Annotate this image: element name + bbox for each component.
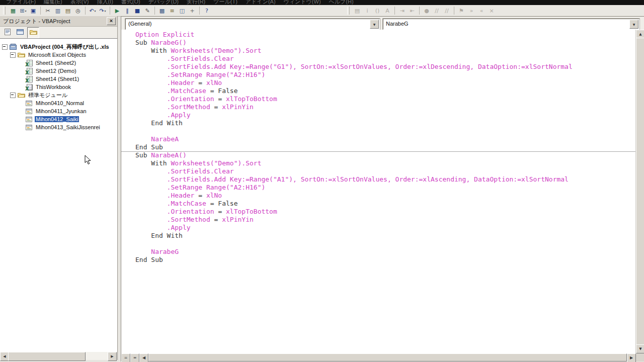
tree-item[interactable]: Mihon0411_Jyunkan — [0, 107, 117, 115]
menu-item[interactable]: 実行(R) — [187, 0, 205, 3]
undo-button[interactable]: ↶▾ — [88, 6, 97, 15]
project-explorer-titlebar[interactable]: プロジェクト - VBAProject × — [0, 16, 117, 27]
code-line[interactable]: .MatchCase = False — [135, 87, 644, 95]
break-button[interactable]: ‖ — [123, 6, 132, 15]
indent-button[interactable]: ⇥ — [397, 6, 407, 15]
next-bookmark-button[interactable]: » — [467, 6, 476, 15]
cut-button[interactable]: ✂ — [43, 6, 52, 15]
code-line[interactable]: .MatchCase = False — [135, 200, 644, 208]
tree-item[interactable]: Microsoft Excel Objects — [0, 51, 117, 59]
toolbar-grip[interactable] — [347, 7, 350, 15]
code-line[interactable]: End With — [135, 119, 644, 127]
code-line[interactable]: Option Explicit — [135, 31, 644, 39]
project-explorer-button[interactable]: ▩ — [157, 6, 167, 15]
run-button[interactable]: ▶ — [113, 6, 122, 15]
tree-item[interactable]: 標準モジュール — [0, 91, 117, 99]
view-object-button[interactable] — [15, 28, 26, 38]
menu-item[interactable]: 挿入(I) — [97, 0, 113, 3]
code-line[interactable]: .SortFields.Clear — [135, 55, 644, 63]
toolbox-button[interactable]: + — [188, 6, 197, 15]
code-line[interactable]: .SortFields.Add Key:=Range("A1"), SortOn… — [135, 175, 644, 184]
procedure-dropdown[interactable]: NarabeG ▼ — [383, 19, 639, 30]
tree-item[interactable]: XSheet1 (Sheet2) — [0, 59, 117, 67]
menu-item[interactable]: アドイン(A) — [246, 0, 276, 3]
toolbar-grip[interactable] — [3, 7, 6, 15]
tree-item[interactable]: VBAProject (004_再帰呼び出し.xls — [0, 43, 117, 51]
parameter-info-button[interactable]: () — [373, 6, 382, 15]
code-line[interactable]: Sub NarabeA() — [135, 151, 644, 159]
code-line[interactable]: .SortFields.Add Key:=Range("G1"), SortOn… — [135, 63, 644, 71]
toggle-breakpoint-button[interactable]: ● — [422, 6, 431, 15]
hscroll-thumb[interactable] — [148, 353, 627, 361]
help-button[interactable]: ? — [202, 6, 211, 15]
quick-info-button[interactable]: i — [363, 6, 372, 15]
list-properties-button[interactable]: ▤ — [353, 6, 362, 15]
code-line[interactable]: End Sub — [135, 143, 644, 151]
code-editor[interactable]: Option ExplicitSub NarabeG() With Worksh… — [121, 30, 644, 354]
insert-userform-button[interactable]: ⊞▾ — [19, 6, 28, 15]
previous-bookmark-button[interactable]: « — [477, 6, 486, 15]
tree-item[interactable]: Mihon0412_Saiki — [0, 115, 117, 123]
toggle-bookmark-button[interactable]: ⚑ — [457, 6, 466, 15]
redo-button[interactable]: ↷▾ — [98, 6, 107, 15]
code-line[interactable]: .Apply — [135, 111, 644, 119]
scroll-right-button[interactable]: ▶ — [108, 352, 117, 361]
scroll-left-button[interactable]: ◀ — [139, 353, 148, 362]
code-line[interactable]: With Worksheets("Demo").Sort — [135, 159, 644, 167]
collapse-icon[interactable] — [10, 52, 16, 58]
outdent-button[interactable]: ⇤ — [408, 6, 417, 15]
clear-bookmarks-button[interactable]: × — [487, 6, 496, 15]
code-line[interactable]: .Orientation = xlTopToBottom — [135, 95, 644, 103]
code-line[interactable]: .SortMethod = xlPinYin — [135, 216, 644, 224]
code-line[interactable]: With Worksheets("Demo").Sort — [135, 47, 644, 55]
code-line[interactable]: End Sub — [135, 256, 644, 264]
code-line[interactable]: NarabeA — [135, 135, 644, 143]
chevron-down-icon[interactable]: ▾ — [95, 9, 96, 13]
code-line[interactable]: .SetRange Range("A2:H16") — [135, 184, 644, 192]
menu-item[interactable]: 表示(V) — [70, 0, 89, 3]
menu-item[interactable]: ヘルプ(H) — [329, 0, 354, 3]
code-line[interactable] — [135, 127, 644, 135]
object-browser-button[interactable]: ◫ — [178, 6, 187, 15]
menu-item[interactable]: ウィンドウ(W) — [284, 0, 321, 3]
code-line[interactable]: .SortFields.Clear — [135, 167, 644, 175]
code-line[interactable] — [135, 240, 644, 248]
toggle-folders-button[interactable] — [27, 27, 39, 38]
copy-button[interactable]: ▥ — [53, 6, 62, 15]
hscroll-thumb[interactable] — [8, 352, 86, 361]
code-line[interactable]: End With — [135, 232, 644, 240]
menu-item[interactable]: デバッグ(D) — [148, 0, 179, 3]
comment-block-button[interactable]: // — [432, 6, 441, 15]
find-button[interactable]: ◎ — [73, 6, 83, 15]
tree-item[interactable]: Mihon0413_SaikiJissenrei — [0, 123, 117, 131]
reset-button[interactable]: ■ — [133, 6, 142, 15]
tree-item[interactable]: XSheet12 (Demo) — [0, 67, 117, 75]
code-line[interactable]: .Apply — [135, 224, 644, 232]
code-line[interactable]: .SortMethod = xlPinYin — [135, 103, 644, 111]
chevron-down-icon[interactable]: ▾ — [105, 9, 106, 13]
code-line[interactable]: .Orientation = xlTopToBottom — [135, 208, 644, 216]
menu-item[interactable]: 書式(O) — [121, 0, 140, 3]
collapse-icon[interactable] — [2, 44, 8, 50]
view-excel-button[interactable]: ▦ — [9, 6, 18, 15]
scroll-right-button[interactable]: ▶ — [627, 353, 636, 362]
menu-item[interactable]: ファイル(F) — [6, 0, 36, 3]
chevron-down-icon[interactable]: ▾ — [25, 9, 27, 13]
scroll-down-button[interactable]: ▼ — [636, 344, 644, 353]
view-code-button[interactable] — [2, 28, 13, 38]
chevron-down-icon[interactable]: ▼ — [370, 20, 379, 29]
code-line[interactable]: .SetRange Range("A2:H16") — [135, 71, 644, 79]
vscroll-thumb[interactable] — [636, 38, 644, 345]
close-icon[interactable]: × — [107, 17, 116, 25]
project-tree-hscrollbar[interactable]: ◀ ▶ — [0, 352, 117, 360]
code-line[interactable]: .Header = xlNo — [135, 79, 644, 87]
code-line[interactable]: NarabeG — [135, 248, 644, 256]
code-line[interactable]: .Header = xlNo — [135, 192, 644, 200]
chevron-down-icon[interactable]: ▼ — [629, 20, 638, 29]
code-vscrollbar[interactable]: ▲ ▼ — [635, 30, 644, 353]
uncomment-block-button[interactable]: // — [442, 6, 451, 15]
menu-item[interactable]: 編集(E) — [44, 0, 62, 3]
menu-item[interactable]: ツール(T) — [213, 0, 237, 3]
tree-item[interactable]: XSheet14 (Sheet1) — [0, 75, 117, 83]
properties-window-button[interactable]: ≡ — [168, 6, 177, 15]
